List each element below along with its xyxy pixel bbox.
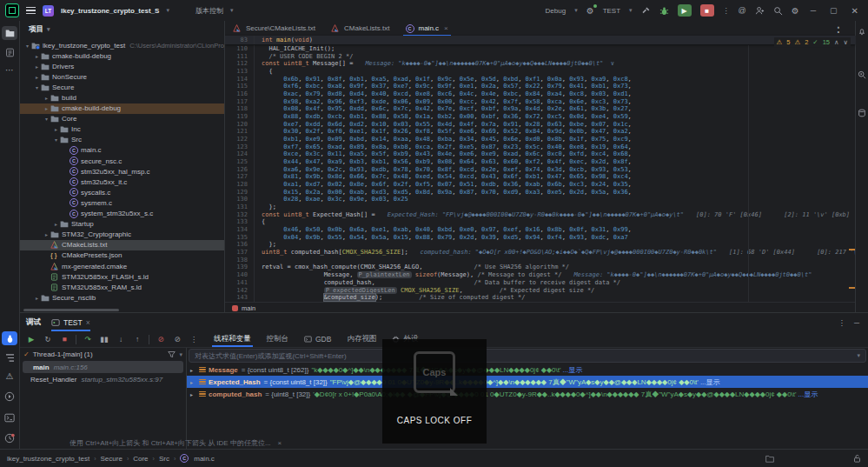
vcs-widget[interactable]: 版本控制: [195, 6, 223, 16]
pause-icon[interactable]: ▮▮: [99, 335, 109, 344]
line-number[interactable]: 110: [225, 45, 255, 53]
folder-icon[interactable]: [765, 455, 774, 463]
tree-item[interactable]: C stm32u5xx_it.c: [20, 177, 224, 187]
code-line[interactable]: 125 0x44, 0x47, 0xa9, 0xb3, 0xb1, 0x56, …: [225, 158, 856, 166]
tree-item[interactable]: ▸ NonSecure: [20, 71, 224, 82]
line-number[interactable]: 129: [225, 189, 255, 197]
debug-tool-icon[interactable]: [2, 331, 17, 345]
tree-toggle-icon[interactable]: ▸: [43, 231, 50, 237]
debug-bug-icon[interactable]: [659, 6, 669, 16]
context-function-name[interactable]: main: [242, 304, 255, 312]
code-line[interactable]: 134 0x46, 0x50, 0x0b, 0x6a, 0xe1, 0xab, …: [225, 226, 856, 234]
terminal-tool-icon[interactable]: [2, 410, 17, 424]
code-line[interactable]: 127 0x81, 0x9b, 0x8d, 0x66, 0x7c, 0x48, …: [225, 173, 856, 181]
code-line[interactable]: 114 0x6b, 0x91, 0x8f, 0xb1, 0xa5, 0xad, …: [225, 76, 856, 83]
code-line[interactable]: 136 };: [225, 241, 856, 249]
tree-item[interactable]: C secure_nsc.c: [20, 156, 224, 166]
tree-item[interactable]: ▸ STM32_Cryptographic: [20, 230, 224, 240]
main-menu-icon[interactable]: [26, 5, 36, 17]
variable-row[interactable]: ▸ Expected_Hash = {const uint8_t [32]} "…: [187, 376, 868, 388]
line-number[interactable]: 115: [225, 83, 255, 90]
add-user-icon[interactable]: [755, 6, 765, 16]
tree-item[interactable]: ▸ build: [20, 92, 224, 103]
tree-toggle-icon[interactable]: ▾: [52, 137, 60, 143]
close-icon[interactable]: ×: [278, 439, 282, 447]
notifications-bell-icon[interactable]: [857, 26, 867, 37]
tree-item[interactable]: ▸ Secure_nsclib: [20, 292, 224, 303]
unlock-icon[interactable]: [853, 454, 861, 463]
hide-panel-icon[interactable]: ─: [854, 318, 859, 327]
show-more-link[interactable]: ...显示: [700, 377, 720, 387]
line-number[interactable]: 116: [225, 90, 255, 98]
change-marker[interactable]: [849, 249, 855, 250]
breadcrumb-item[interactable]: Core ›: [133, 455, 155, 463]
debug-more-icon[interactable]: ⋮: [189, 335, 199, 344]
services-tool-icon[interactable]: [2, 431, 17, 445]
tree-item[interactable]: C sysmem.c: [20, 197, 224, 208]
tree-item[interactable]: ▾ Secure: [20, 82, 224, 92]
code-line[interactable]: 140 Message, P_plaintextLen sizeof(Messa…: [225, 271, 856, 279]
line-number[interactable]: 122: [225, 136, 255, 143]
run-tool-icon[interactable]: [2, 390, 17, 404]
commit-tool-icon[interactable]: [2, 45, 17, 59]
line-number[interactable]: 135: [225, 234, 255, 242]
chevron-down-icon[interactable]: ▾: [857, 352, 860, 359]
code-with-me-icon[interactable]: @: [739, 6, 746, 15]
code-line[interactable]: 133 {: [225, 218, 856, 226]
sticky-line[interactable]: 83 int main(void): [225, 36, 856, 44]
problems-tool-icon[interactable]: ⚠: [2, 369, 17, 383]
project-avatar[interactable]: LT: [43, 5, 54, 17]
code-line[interactable]: 132 const uint8_t Expected_Hash[] = Expe…: [225, 211, 856, 219]
code-line[interactable]: 117 0x98, 0xa2, 0x96, 0xf3, 0xde, 0x06, …: [225, 98, 856, 106]
tree-item[interactable]: ▸ cmake-build-debug: [20, 103, 224, 114]
line-number[interactable]: 113: [225, 68, 255, 76]
code-line[interactable]: 130 0x28, 0xae, 0x3c, 0x9e, 0x03, 0x25: [225, 196, 856, 203]
tree-item[interactable]: CMakeLists.txt: [20, 240, 224, 250]
line-number[interactable]: 136: [225, 241, 255, 249]
filter-funnel-icon[interactable]: [168, 350, 176, 358]
code-line[interactable]: 131 };: [225, 203, 856, 211]
code-line[interactable]: 123 0xf7, 0x65, 0xad, 0x89, 0x8a, 0xb8, …: [225, 143, 856, 151]
code-line[interactable]: 118 0x08, 0x4f, 0x95, 0xdd, 0x6c, 0x7c, …: [225, 105, 856, 113]
editor-tab[interactable]: CMakeLists.txt: [323, 21, 397, 36]
tree-item[interactable]: ▸ Drivers: [20, 61, 224, 71]
code-line[interactable]: 124 0xce, 0x3c, 0x11, 0xa5, 0x5f, 0xb9, …: [225, 150, 856, 158]
line-number[interactable]: 121: [225, 128, 255, 136]
window-close-button[interactable]: ✕: [849, 6, 861, 16]
line-number[interactable]: 134: [225, 226, 255, 234]
line-number[interactable]: 111: [225, 53, 255, 61]
close-icon[interactable]: ×: [444, 24, 448, 32]
breadcrumb-item[interactable]: C main.c: [180, 454, 215, 463]
tree-toggle-icon[interactable]: ▸: [33, 63, 41, 70]
tree-toggle-icon[interactable]: ▸: [52, 221, 60, 227]
thread-selector[interactable]: ✓ Thread-1-[main] (1) ▾: [20, 348, 186, 361]
project-panel-title[interactable]: 项目: [29, 24, 43, 35]
project-tool-icon[interactable]: [2, 26, 17, 40]
code-line[interactable]: 120 0xe7, 0xdd, 0x6d, 0xd2, 0x10, 0x03, …: [225, 121, 856, 129]
variable-row[interactable]: ▸ computed_hash = {uint8_t [32]} '◆D¢0[r…: [187, 388, 868, 400]
step-into-icon[interactable]: ↓: [116, 335, 126, 344]
line-number[interactable]: 137: [225, 249, 255, 257]
line-number[interactable]: 120: [225, 121, 255, 129]
breadcrumb-item[interactable]: Src ›: [159, 455, 176, 463]
tree-toggle-icon[interactable]: ▸: [43, 95, 50, 101]
breadcrumb-item[interactable]: Secure ›: [101, 455, 129, 463]
resume-program-button[interactable]: ▶: [678, 4, 692, 17]
close-icon[interactable]: ×: [86, 318, 90, 327]
next-problem-icon[interactable]: ∨: [844, 38, 849, 46]
resume-icon[interactable]: ▶: [26, 335, 36, 344]
tree-toggle-icon[interactable]: ▾: [23, 43, 31, 49]
search-icon[interactable]: [773, 6, 783, 16]
line-number[interactable]: 133: [225, 218, 255, 226]
tree-toggle-icon[interactable]: ▸: [33, 295, 41, 301]
code-line[interactable]: 129 0x15, 0x2a, 0x00, 0xab, 0xd3, 0xd5, …: [225, 189, 856, 197]
code-line[interactable]: 110 HAL_ICACHE_Init();: [225, 45, 856, 53]
more-tools-icon[interactable]: ⋯: [2, 63, 17, 77]
tree-item[interactable]: C system_stm32u5xx_s.c: [20, 209, 224, 219]
editor-tab[interactable]: C main.c ×: [398, 21, 456, 36]
code-line[interactable]: 119 0x88, 0xdb, 0xcb, 0xb1, 0x88, 0x58, …: [225, 113, 856, 121]
debug-view-tab[interactable]: 内存视图: [347, 331, 376, 347]
line-number[interactable]: 131: [225, 203, 255, 211]
step-over-icon[interactable]: ↷: [83, 335, 93, 344]
tree-toggle-icon[interactable]: ▸: [52, 126, 60, 132]
